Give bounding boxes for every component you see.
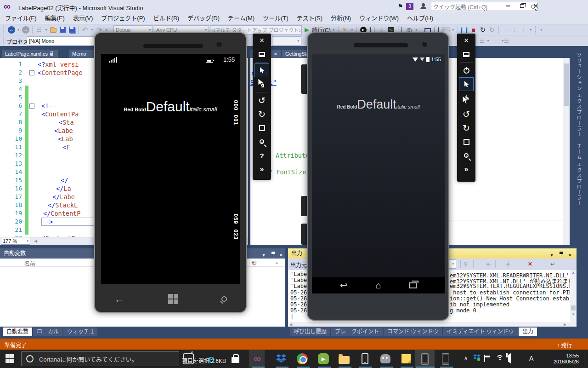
show-desktop-button[interactable] bbox=[584, 351, 584, 366]
scroll-up-icon[interactable]: ▲ bbox=[275, 260, 279, 265]
fold-collapse-icon[interactable] bbox=[29, 104, 34, 109]
fold-collapse-icon[interactable] bbox=[29, 70, 34, 75]
zoom-icon[interactable]: + bbox=[459, 149, 474, 162]
menu-item-B[interactable]: ビルド(B) bbox=[149, 13, 183, 24]
refresh-button[interactable]: ↻ bbox=[488, 26, 496, 34]
wp-back-button[interactable]: ← bbox=[114, 293, 125, 305]
toolbar-overflow-icon[interactable]: ▾ bbox=[451, 28, 455, 32]
menu-item-S[interactable]: テスト(S) bbox=[293, 13, 327, 24]
notifications-flag-icon[interactable]: ⚑ bbox=[398, 3, 403, 10]
restart-button[interactable]: ↻ bbox=[479, 26, 487, 34]
android-side-button[interactable] bbox=[301, 224, 307, 245]
find-message-icon[interactable]: ⚲ bbox=[462, 260, 470, 268]
emulator-cursor-tool[interactable] bbox=[459, 77, 474, 91]
android-power-button[interactable] bbox=[301, 196, 307, 216]
tray-battery-icon[interactable] bbox=[484, 355, 485, 362]
menu-item-E[interactable]: 編集(E) bbox=[41, 13, 69, 24]
save-all-button[interactable] bbox=[68, 26, 76, 34]
fit-to-screen-icon[interactable] bbox=[254, 121, 269, 135]
stop-button[interactable]: ■ bbox=[469, 26, 478, 34]
toolbar-overflow-icon[interactable]: ▾ bbox=[414, 28, 418, 32]
android-screen[interactable]: 1:55 Red Bold Default italic small bbox=[312, 54, 445, 277]
restore-button[interactable] bbox=[515, 0, 528, 12]
android-recents-button[interactable] bbox=[409, 282, 417, 288]
taskbar-dropbox[interactable] bbox=[275, 352, 288, 365]
tray-ime-indicator[interactable]: A bbox=[529, 355, 533, 362]
menu-item-M[interactable]: チーム(M) bbox=[224, 13, 259, 24]
menu-item-P[interactable]: プロジェクト(P) bbox=[97, 13, 149, 24]
wp-search-button[interactable] bbox=[221, 296, 227, 302]
step-into-button[interactable]: ↓ bbox=[510, 26, 519, 34]
undo-dropdown-icon[interactable]: ▾ bbox=[90, 28, 94, 32]
word-wrap-icon[interactable]: ↵ bbox=[548, 260, 557, 268]
panel-tab-right-2[interactable]: コマンド ウィンドウ bbox=[384, 328, 442, 336]
menu-item-N[interactable]: 分析(N) bbox=[327, 13, 355, 24]
new-item-button[interactable]: ☷ bbox=[35, 26, 43, 34]
tab-memo[interactable]: Memo bbox=[69, 50, 96, 58]
toolbar-overflow-icon[interactable]: ▾ bbox=[529, 28, 533, 32]
close-button[interactable]: ✕ bbox=[529, 0, 542, 12]
side-tab-0[interactable]: ソリューション エクスプローラー bbox=[575, 52, 582, 137]
toolbar-grip[interactable] bbox=[3, 26, 5, 34]
new-item-dropdown-icon[interactable]: ▾ bbox=[44, 28, 48, 32]
save-button[interactable] bbox=[58, 26, 67, 34]
emulator-power-button[interactable] bbox=[459, 63, 474, 77]
menu-item-H[interactable]: ヘルプ(H) bbox=[403, 13, 437, 24]
windows-phone-screen[interactable]: 1:55 Red Bold Default italic small 00000… bbox=[101, 54, 240, 284]
zoom-level-select[interactable]: 177 %▾ bbox=[1, 238, 30, 245]
undo-button[interactable]: ↶ bbox=[81, 26, 89, 34]
help-icon[interactable]: ? bbox=[254, 149, 269, 162]
panel-tab-1[interactable]: ローカル bbox=[33, 328, 62, 336]
continue-play-icon[interactable]: ▶ bbox=[303, 26, 311, 34]
taskbar-phone-tool[interactable] bbox=[358, 352, 371, 365]
android-volume-button[interactable] bbox=[301, 64, 307, 94]
taskbar-explorer[interactable] bbox=[338, 352, 351, 365]
thread-select[interactable]: ▾ bbox=[272, 36, 301, 46]
feedback-person-icon[interactable] bbox=[420, 3, 427, 10]
continue-dropdown-icon[interactable]: ▾ bbox=[332, 28, 336, 32]
publish-button[interactable]: ↑ 発行 bbox=[557, 341, 572, 349]
menu-item-F[interactable]: ファイル(F) bbox=[1, 13, 41, 24]
panel-tab-right-0[interactable]: 呼び出し履歴 bbox=[290, 328, 330, 336]
menu-item-T[interactable]: ツール(T) bbox=[259, 13, 293, 24]
toolbar-overflow-icon[interactable]: ▾ bbox=[501, 39, 505, 43]
toolbar-overflow-icon[interactable]: ▾ bbox=[350, 28, 354, 32]
close-icon[interactable]: ✕ bbox=[274, 52, 277, 57]
emulator-close-button[interactable]: × bbox=[254, 34, 269, 47]
redo-dropdown-icon[interactable]: ▾ bbox=[104, 28, 108, 32]
tray-volume-icon[interactable] bbox=[508, 355, 511, 362]
tray-dropbox-icon[interactable] bbox=[473, 354, 481, 362]
previous-message-icon[interactable]: ↞ bbox=[484, 260, 492, 268]
step-out-button[interactable]: ↑ bbox=[520, 26, 528, 34]
clear-all-icon[interactable]: ✕ bbox=[526, 260, 534, 268]
emulator-close-button[interactable]: × bbox=[459, 34, 474, 47]
expand-toolbar-icon[interactable]: » bbox=[254, 162, 269, 176]
output-hscrollbar[interactable]: ◀ ▶ bbox=[288, 322, 577, 327]
panel-tab-right-1[interactable]: ブレークポイント bbox=[331, 328, 383, 336]
emulator-minimize-button[interactable] bbox=[254, 47, 269, 61]
expand-toolbar-icon[interactable]: » bbox=[459, 162, 474, 176]
pause-button[interactable]: ❙❙ bbox=[460, 26, 469, 34]
panel-tab-right-3[interactable]: イミディエイト ウィンドウ bbox=[443, 328, 518, 336]
rotate-right-icon[interactable]: ↻ bbox=[254, 107, 269, 121]
taskbar-visual-studio[interactable]: ∞ bbox=[251, 352, 264, 365]
open-file-button[interactable] bbox=[49, 26, 57, 34]
output-vscrollbar[interactable]: ▲ ▼ bbox=[570, 270, 577, 322]
taskbar-sticky-notes[interactable] bbox=[400, 352, 413, 365]
zoom-icon[interactable]: + bbox=[254, 135, 269, 149]
back-dropdown-icon[interactable]: ▾ bbox=[17, 28, 21, 32]
next-message-icon[interactable]: ↠ bbox=[503, 260, 512, 268]
notification-count-badge[interactable]: 3 bbox=[406, 3, 413, 10]
minimize-button[interactable] bbox=[502, 0, 514, 12]
android-back-button[interactable]: ↩ bbox=[340, 280, 348, 291]
panel-tab-2[interactable]: ウォッチ 1 bbox=[63, 328, 97, 336]
side-tab-1[interactable]: チーム エクスプローラー bbox=[575, 144, 582, 206]
rotate-left-icon[interactable]: ↺ bbox=[459, 107, 474, 121]
android-home-button[interactable]: ⌂ bbox=[376, 280, 381, 291]
emulator-cursor-tool[interactable] bbox=[254, 63, 269, 77]
panel-tab-right-4[interactable]: 出力 bbox=[519, 328, 537, 336]
toolbar-overflow-icon[interactable]: ▾ bbox=[486, 39, 490, 43]
cortana-search-input[interactable]: Cortanaに何か聞いてみてください。 bbox=[21, 351, 179, 366]
taskbar-player[interactable]: ▶ bbox=[317, 352, 330, 365]
rotate-left-icon[interactable]: ↺ bbox=[254, 93, 269, 107]
